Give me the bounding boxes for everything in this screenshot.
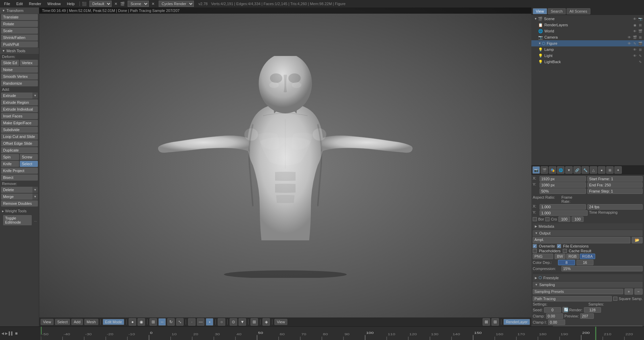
merge-btn[interactable]: Merge [1, 194, 32, 200]
weight-tools[interactable]: ▸ Weight Tools [0, 208, 39, 214]
viewport-overlay-btn[interactable]: ⊠ [483, 318, 490, 326]
scene-props-tab[interactable]: 🎭 [549, 166, 556, 174]
square-samples-check[interactable] [613, 297, 617, 301]
material-tab[interactable]: ● [598, 166, 605, 174]
view-menu-btn[interactable]: View [41, 319, 54, 325]
mesh-tools-section[interactable]: ▼ Mesh Tools [0, 48, 39, 54]
freestyle-section-header[interactable]: ▶ ⬡ Freestyle [533, 274, 643, 281]
sampling-add-btn[interactable]: + [625, 288, 633, 295]
mesh-data-tab[interactable]: △ [590, 166, 597, 174]
light-eye[interactable]: 👁 [632, 53, 637, 58]
cam-extra[interactable]: ⊞ [638, 35, 643, 40]
knife-project-btn[interactable]: Knife Project [1, 168, 38, 174]
smooth-vertex-btn[interactable]: Smooth Vertex [1, 73, 38, 80]
menu-help[interactable]: Help [64, 1, 77, 6]
tree-light[interactable]: 💡 Light 👁 ✎ [531, 53, 644, 59]
world-eye[interactable]: 👁 [632, 29, 637, 33]
output-section-header[interactable]: ▼ Output [533, 230, 643, 236]
lamp-eye[interactable]: 👁 [632, 47, 637, 52]
face-select-btn[interactable]: ▪ [206, 318, 213, 326]
format-select[interactable]: PNG [533, 254, 553, 259]
figure-arrow[interactable]: ▼ [538, 42, 541, 45]
view-layer-btn[interactable]: View [274, 319, 287, 325]
texture-tab[interactable]: ⊞ [606, 166, 614, 174]
lamp-extra[interactable]: ⊞ [638, 47, 643, 52]
aspect-x-field[interactable]: 1.000 [540, 204, 586, 210]
menu-window[interactable]: Window [45, 1, 63, 6]
cam-render[interactable]: 🎬 [632, 35, 637, 40]
crop-checkbox[interactable] [545, 217, 549, 221]
solid-draw-btn[interactable]: ◉ [138, 318, 145, 326]
snap-btn[interactable]: ⊙ [230, 318, 237, 326]
bw-btn[interactable]: BW [555, 254, 566, 259]
select-menu-btn[interactable]: Select [55, 319, 70, 325]
edit-mode-btn[interactable]: Edit Mode [103, 319, 125, 325]
edge-select-btn[interactable]: — [197, 318, 204, 326]
tree-renderlayers[interactable]: 📋 RenderLayers ◉ ⊞ [531, 22, 644, 28]
all-scenes-tab[interactable]: All Scenes [567, 8, 590, 14]
scene-select[interactable]: Scene [128, 1, 149, 7]
border-checkbox[interactable] [533, 217, 537, 221]
viewport-shade-btn[interactable]: ⊞ [491, 318, 499, 326]
light-cursor[interactable]: ✎ [638, 53, 643, 58]
push-pull-btn[interactable]: Push/Pull [1, 41, 38, 47]
cam-eye[interactable]: 👁 [627, 35, 632, 40]
remove-doubles-btn[interactable]: Remove Doubles [1, 200, 38, 207]
delete-btn[interactable]: Delete [1, 187, 32, 193]
scene-cam-btn[interactable]: 📷 [638, 16, 643, 21]
make-edge-face-btn[interactable]: Make Edge/Face [1, 120, 38, 126]
render-props-tab[interactable]: 🎬 [541, 166, 548, 174]
extrude-region-btn[interactable]: Extrude Region [1, 99, 38, 105]
mirror-btn[interactable]: ⊞ [251, 318, 258, 326]
file-ext-check[interactable] [557, 244, 561, 248]
depth-16-btn[interactable]: 16 [576, 260, 593, 265]
sampling-presets-select[interactable]: Sampling Presets [533, 289, 623, 294]
scene-eye-btn[interactable]: 👁 [632, 16, 637, 21]
remap-new[interactable]: 100 [572, 216, 584, 222]
rl-icon1[interactable]: ◉ [632, 23, 637, 27]
rgb-btn[interactable]: RGB [566, 254, 579, 259]
modifiers-tab[interactable]: 🔧 [582, 166, 589, 174]
cache-result-check[interactable] [563, 249, 567, 253]
rotate-manipulator-btn[interactable]: ↻ [167, 318, 175, 326]
slide-ed-btn[interactable]: Slide Ed [1, 60, 19, 66]
fig-eye[interactable]: 👁 [627, 41, 632, 46]
render-layer-btn[interactable]: RenderLayer [503, 319, 530, 325]
noise-btn[interactable]: Noise [1, 67, 38, 73]
world-props-tab[interactable]: 🌐 [557, 166, 564, 174]
occlude-geometry-btn[interactable]: ◈ [262, 318, 270, 326]
extrude-btn[interactable]: Extrude [1, 93, 32, 99]
merge-arrow-btn[interactable]: ▼ [32, 194, 38, 200]
extrude-individual-btn[interactable]: Extrude Individual [1, 106, 38, 112]
particles-tab[interactable]: ✦ [614, 166, 622, 174]
aspect-y-field[interactable]: 1.000 [540, 210, 588, 216]
rgba-btn[interactable]: RGBA [580, 254, 595, 259]
add-menu-btn[interactable]: Add [71, 319, 83, 325]
frame-step-field[interactable]: Frame Step: 1 [587, 188, 643, 194]
scale-btn[interactable]: Scale [1, 28, 38, 34]
loop-cut-btn[interactable]: Loop Cut and Slide [1, 133, 38, 140]
path-tracing-select[interactable]: Path Tracing [533, 296, 612, 301]
fig-cursor[interactable]: ✎ [632, 41, 637, 46]
output-browse-btn[interactable]: 📂 [632, 237, 643, 243]
camera-props-tab[interactable]: 📷 [532, 166, 540, 174]
res-pct-field[interactable]: 50% [540, 188, 586, 194]
translate-btn[interactable]: Translate [1, 14, 38, 20]
extrude-arrow-btn[interactable]: ▼ [32, 93, 38, 99]
clamp-field[interactable]: 0.00 [546, 313, 563, 319]
clamp-indirect-field[interactable]: 0.00 [548, 320, 565, 325]
fig-render[interactable]: 🎬 [638, 41, 643, 46]
constraints-tab[interactable]: 🔗 [573, 166, 581, 174]
placeholders-check[interactable] [533, 249, 537, 253]
rl-icon2[interactable]: ⊞ [638, 23, 643, 27]
menu-render[interactable]: Render [26, 1, 44, 6]
seed-random-btn[interactable]: 🔄 [562, 307, 568, 313]
transform-section[interactable]: ▼ Transform [0, 8, 39, 14]
seed-field[interactable]: 0 [544, 307, 561, 313]
render-samples-field[interactable]: 128 [584, 307, 601, 313]
output-path-field[interactable]: Ampl. [533, 237, 630, 243]
current-frame-marker[interactable] [41, 327, 42, 335]
overwrite-check[interactable] [533, 244, 537, 248]
compression-field[interactable]: 15% [561, 266, 643, 271]
select-btn[interactable]: Select [20, 161, 38, 167]
